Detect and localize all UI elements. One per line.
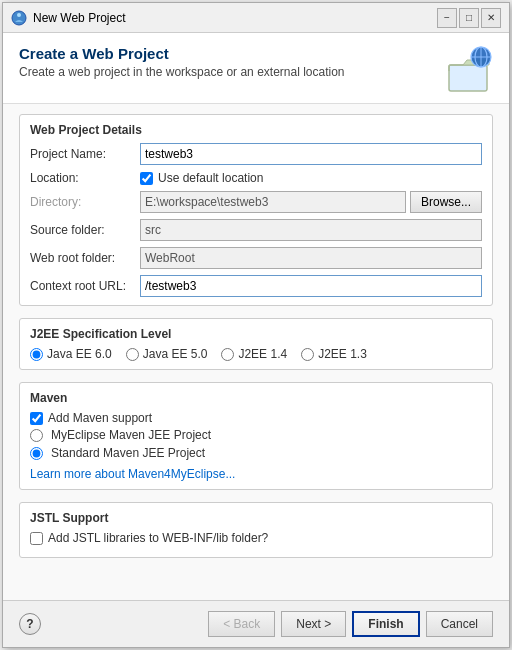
main-window: New Web Project − □ ✕ Create a Web Proje… bbox=[2, 2, 510, 648]
jstl-label: Add JSTL libraries to WEB-INF/lib folder… bbox=[48, 531, 268, 545]
maven-option-1-label: MyEclipse Maven JEE Project bbox=[51, 428, 211, 442]
browse-button[interactable]: Browse... bbox=[410, 191, 482, 213]
jstl-checkbox[interactable] bbox=[30, 532, 43, 545]
minimize-button[interactable]: − bbox=[437, 8, 457, 28]
header-text: Create a Web Project Create a web projec… bbox=[19, 45, 437, 79]
j2ee-radio-2[interactable] bbox=[221, 348, 234, 361]
j2ee-section: J2EE Specification Level Java EE 6.0 Jav… bbox=[19, 318, 493, 370]
j2ee-radio-1[interactable] bbox=[126, 348, 139, 361]
web-root-label: Web root folder: bbox=[30, 251, 140, 265]
location-label: Location: bbox=[30, 171, 140, 185]
maven-option-1-row: MyEclipse Maven JEE Project bbox=[30, 428, 482, 442]
context-root-label: Context root URL: bbox=[30, 279, 140, 293]
back-button[interactable]: < Back bbox=[208, 611, 275, 637]
j2ee-option-2: J2EE 1.4 bbox=[221, 347, 287, 361]
j2ee-option-3: J2EE 1.3 bbox=[301, 347, 367, 361]
finish-button[interactable]: Finish bbox=[352, 611, 419, 637]
footer: ? < Back Next > Finish Cancel bbox=[3, 600, 509, 647]
jstl-row: Add JSTL libraries to WEB-INF/lib folder… bbox=[30, 531, 482, 545]
directory-label: Directory: bbox=[30, 195, 140, 209]
maven-section: Maven Add Maven support MyEclipse Maven … bbox=[19, 382, 493, 490]
j2ee-label-1: Java EE 5.0 bbox=[143, 347, 208, 361]
source-folder-input[interactable] bbox=[140, 219, 482, 241]
project-name-input[interactable] bbox=[140, 143, 482, 165]
source-folder-row: Source folder: bbox=[30, 219, 482, 241]
header: Create a Web Project Create a web projec… bbox=[3, 33, 509, 104]
content-area: Web Project Details Project Name: Locati… bbox=[3, 104, 509, 600]
directory-input[interactable] bbox=[140, 191, 406, 213]
j2ee-radio-0[interactable] bbox=[30, 348, 43, 361]
header-title: Create a Web Project bbox=[19, 45, 437, 62]
j2ee-label-3: J2EE 1.3 bbox=[318, 347, 367, 361]
maven-option-2-row: Standard Maven JEE Project bbox=[30, 446, 482, 460]
header-icon bbox=[445, 45, 493, 93]
jstl-section: JSTL Support Add JSTL libraries to WEB-I… bbox=[19, 502, 493, 558]
svg-rect-2 bbox=[449, 65, 487, 91]
maven-radio-2[interactable] bbox=[30, 447, 43, 460]
titlebar: New Web Project − □ ✕ bbox=[3, 3, 509, 33]
window-title: New Web Project bbox=[33, 11, 431, 25]
footer-left: ? bbox=[19, 613, 41, 635]
use-default-location-row: Use default location bbox=[140, 171, 263, 185]
project-details-title: Web Project Details bbox=[30, 123, 482, 137]
context-root-row: Context root URL: bbox=[30, 275, 482, 297]
j2ee-radio-group: Java EE 6.0 Java EE 5.0 J2EE 1.4 J2EE 1.… bbox=[30, 347, 482, 361]
footer-buttons: < Back Next > Finish Cancel bbox=[208, 611, 493, 637]
next-button[interactable]: Next > bbox=[281, 611, 346, 637]
jstl-title: JSTL Support bbox=[30, 511, 482, 525]
add-maven-checkbox[interactable] bbox=[30, 412, 43, 425]
project-name-row: Project Name: bbox=[30, 143, 482, 165]
add-maven-label: Add Maven support bbox=[48, 411, 152, 425]
project-details-section: Web Project Details Project Name: Locati… bbox=[19, 114, 493, 306]
maven-title: Maven bbox=[30, 391, 482, 405]
svg-point-1 bbox=[17, 13, 21, 17]
cancel-button[interactable]: Cancel bbox=[426, 611, 493, 637]
window-controls: − □ ✕ bbox=[437, 8, 501, 28]
j2ee-label-2: J2EE 1.4 bbox=[238, 347, 287, 361]
add-maven-row: Add Maven support bbox=[30, 411, 482, 425]
j2ee-option-1: Java EE 5.0 bbox=[126, 347, 208, 361]
use-default-location-checkbox[interactable] bbox=[140, 172, 153, 185]
j2ee-radio-3[interactable] bbox=[301, 348, 314, 361]
header-subtitle: Create a web project in the workspace or… bbox=[19, 65, 437, 79]
maven-learn-more-link[interactable]: Learn more about Maven4MyEclipse... bbox=[30, 467, 235, 481]
directory-row: Directory: Browse... bbox=[30, 191, 482, 213]
project-name-label: Project Name: bbox=[30, 147, 140, 161]
use-default-location-label: Use default location bbox=[158, 171, 263, 185]
window-icon bbox=[11, 10, 27, 26]
maven-radio-1[interactable] bbox=[30, 429, 43, 442]
source-folder-label: Source folder: bbox=[30, 223, 140, 237]
j2ee-title: J2EE Specification Level bbox=[30, 327, 482, 341]
web-root-input[interactable] bbox=[140, 247, 482, 269]
location-row: Location: Use default location bbox=[30, 171, 482, 185]
maximize-button[interactable]: □ bbox=[459, 8, 479, 28]
context-root-input[interactable] bbox=[140, 275, 482, 297]
close-button[interactable]: ✕ bbox=[481, 8, 501, 28]
help-button[interactable]: ? bbox=[19, 613, 41, 635]
j2ee-label-0: Java EE 6.0 bbox=[47, 347, 112, 361]
maven-option-2-label: Standard Maven JEE Project bbox=[51, 446, 205, 460]
web-root-row: Web root folder: bbox=[30, 247, 482, 269]
j2ee-option-0: Java EE 6.0 bbox=[30, 347, 112, 361]
